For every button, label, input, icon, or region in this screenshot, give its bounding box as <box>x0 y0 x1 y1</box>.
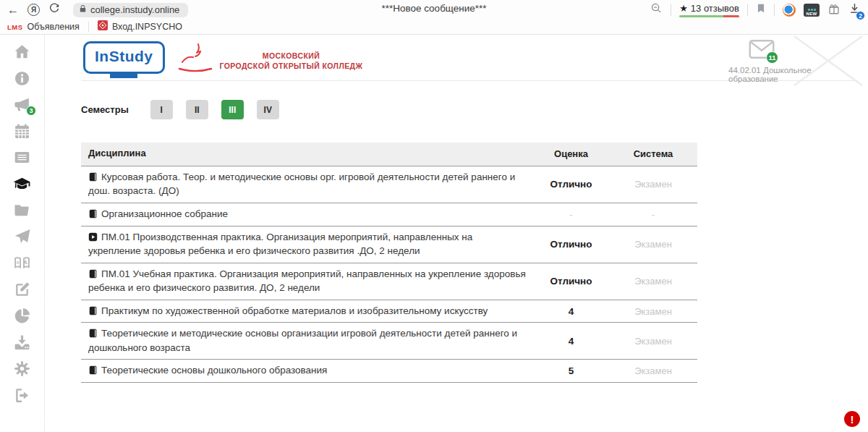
toolbar-divider <box>774 4 775 16</box>
table-row[interactable]: ПМ.01 Производственная практика. Организ… <box>81 226 697 263</box>
bookmark-lms-announcements[interactable]: LMS Объявления <box>7 22 80 32</box>
table-row[interactable]: Теоретические и методические основы орга… <box>81 323 697 360</box>
discipline-name: Теоретические основы дошкольного образов… <box>101 365 327 376</box>
table-row[interactable]: ПМ.01 Учебная практика. Организация меро… <box>81 263 697 300</box>
toolbar-divider <box>747 4 748 16</box>
system-value: Экзамен <box>609 276 697 287</box>
bookmarks-bar: LMS Объявления Вход.INPSYCHO <box>0 20 868 35</box>
list-icon[interactable] <box>13 148 31 166</box>
system-value: - <box>609 209 697 220</box>
college-tower-icon <box>176 43 214 79</box>
grade-value: 4 <box>533 336 609 347</box>
table-header-row: Дисциплина Оценка Система <box>81 143 697 166</box>
lms-page: 3 Aя <box>0 35 868 432</box>
book-icon <box>88 328 98 337</box>
downloads-button[interactable]: 2 <box>848 2 861 17</box>
search-icon[interactable] <box>650 2 663 17</box>
bookmark-flag-icon[interactable] <box>756 2 766 17</box>
back-icon[interactable]: ← <box>7 4 19 16</box>
sidebar-nav: 3 Aя <box>0 35 45 432</box>
pie-chart-icon[interactable] <box>13 307 31 325</box>
edit-icon[interactable] <box>13 281 31 299</box>
discipline-name: Организационное собрание <box>101 208 228 219</box>
instudy-logo[interactable]: InStudy <box>83 41 165 74</box>
discipline-name: ПМ.01 Производственная практика. Организ… <box>88 232 472 257</box>
grade-value: Отлично <box>533 239 609 250</box>
mail-unread-badge: 11 <box>766 51 778 64</box>
book-icon <box>88 208 98 218</box>
table-row[interactable]: Практикум по художественной обработке ма… <box>81 300 697 323</box>
announcements-badge: 3 <box>26 106 36 116</box>
discipline-name: Теоретические и методические основы орга… <box>88 328 517 353</box>
system-value: Экзамен <box>609 239 697 250</box>
grade-value: Отлично <box>533 179 609 190</box>
svg-text:я: я <box>16 260 19 265</box>
new-extension-icon[interactable]: NEW <box>804 4 820 17</box>
semester-button-1[interactable]: I <box>150 100 173 119</box>
semester-button-3[interactable]: III <box>221 100 244 119</box>
column-header-discipline: Дисциплина <box>81 143 533 166</box>
system-value: Экзамен <box>609 365 697 376</box>
info-icon[interactable] <box>13 69 31 88</box>
lock-icon <box>79 4 87 15</box>
semester-switcher: Семестры I II III IV <box>81 100 868 119</box>
calendar-icon[interactable] <box>13 122 31 140</box>
college-logo: МОСКОВСКИЙ ГОРОДСКОЙ ОТКРЫТЫЙ КОЛЛЕДЖ <box>176 43 363 79</box>
grade-value: 4 <box>533 306 609 317</box>
column-header-system: Система <box>609 144 697 164</box>
announcements-megaphone-icon[interactable]: 3 <box>13 96 31 114</box>
discipline-name: Курсовая работа. Теор. и методические ос… <box>88 171 515 197</box>
yandex-browser-icon[interactable]: Я <box>27 4 40 16</box>
college-name: МОСКОВСКИЙ ГОРОДСКОЙ ОТКРЫТЫЙ КОЛЛЕДЖ <box>220 51 363 71</box>
logo-group: InStudy МОСКОВСКИЙ ГОРОДСКОЙ ОТКРЫТЫЙ КО… <box>83 41 362 79</box>
reviews-rating-bar <box>679 15 739 17</box>
main-content: InStudy МОСКОВСКИЙ ГОРОДСКОЙ ОТКРЫТЫЙ КО… <box>45 35 868 432</box>
table-row[interactable]: Организационное собрание - - <box>81 203 697 226</box>
book-icon <box>88 268 98 278</box>
book-icon <box>88 305 98 315</box>
semesters-label: Семестры <box>81 104 129 115</box>
grade-value: Отлично <box>533 276 609 287</box>
bookmark-inpsycho[interactable]: Вход.INPSYCHO <box>98 20 182 33</box>
extension-color-circle-icon[interactable] <box>783 4 796 17</box>
semester-button-4[interactable]: IV <box>257 100 279 119</box>
close-icon[interactable] <box>788 33 868 88</box>
semester-button-2[interactable]: II <box>186 100 208 119</box>
folder-icon[interactable] <box>13 201 31 219</box>
toolbar-divider <box>671 4 671 16</box>
system-value: Экзамен <box>609 306 697 317</box>
gift-extension-icon[interactable] <box>827 2 841 18</box>
send-icon[interactable] <box>13 228 31 246</box>
system-value: Экзамен <box>609 179 697 190</box>
page-header: InStudy МОСКОВСКИЙ ГОРОДСКОЙ ОТКРЫТЫЙ КО… <box>81 35 858 81</box>
mail-button[interactable]: 11 <box>749 39 775 62</box>
lms-favicon: LMS <box>7 23 23 31</box>
crest-favicon-icon <box>98 20 108 33</box>
svg-text:A: A <box>23 259 27 266</box>
grade-value: 5 <box>533 365 609 376</box>
reviews-label: 13 отзывов <box>691 3 739 14</box>
book-icon <box>88 171 98 181</box>
play-icon <box>88 232 98 241</box>
browser-toolbar: ← Я college.instudy.online ***Новое сооб… <box>0 0 868 20</box>
home-icon[interactable] <box>13 43 31 61</box>
system-value: Экзамен <box>609 336 697 347</box>
refresh-icon[interactable] <box>48 3 60 17</box>
downloads-badge: 2 <box>856 11 865 20</box>
column-header-grade: Оценка <box>533 144 609 164</box>
graduation-cap-icon[interactable] <box>13 175 31 193</box>
address-bar[interactable]: college.instudy.online <box>73 3 188 17</box>
logout-icon[interactable] <box>13 386 31 405</box>
alert-exclamation-icon[interactable]: ! <box>844 411 860 427</box>
star-icon: ★ <box>679 3 688 14</box>
discipline-name: Практикум по художественной обработке ма… <box>101 305 488 316</box>
grade-value: - <box>533 209 609 220</box>
grades-table: Дисциплина Оценка Система Курсовая работ… <box>81 143 697 383</box>
gear-icon[interactable] <box>13 360 31 378</box>
table-row[interactable]: Теоретические основы дошкольного образов… <box>81 360 697 383</box>
url-text: college.instudy.online <box>90 4 179 15</box>
download-tray-icon[interactable] <box>13 334 31 352</box>
table-row[interactable]: Курсовая работа. Теор. и методические ос… <box>81 166 697 203</box>
reviews-rating[interactable]: ★ 13 отзывов <box>679 3 739 17</box>
translate-icon[interactable]: Aя <box>13 254 31 272</box>
